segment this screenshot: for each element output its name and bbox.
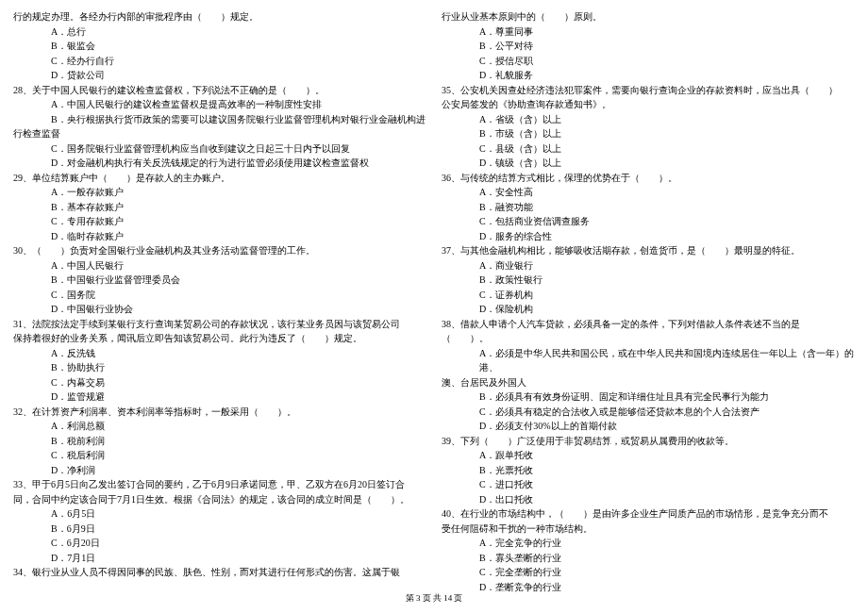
- q35-opt-d: D．镇级（含）以上: [442, 156, 855, 171]
- q33-stem-l1: 33、甲于6月5日向乙发出签订合同的要约，乙于6月9日承诺同意，甲、乙双方在6月…: [13, 477, 426, 492]
- q35-stem-l2: 公安局签发的《协助查询存款通知书》。: [442, 97, 855, 112]
- q38-opt-c: C．必须具有稳定的合法收入或是能够偿还贷款本息的个人合法资产: [442, 405, 855, 420]
- q36-stem: 36、与传统的结算方式相比，保理的优势在于（ ）。: [442, 171, 855, 186]
- q38-stem-l1: 38、借款人申请个人汽车贷款，必须具备一定的条件，下列对借款人条件表述不当的是: [442, 317, 855, 332]
- q37-opt-c: C．证券机构: [442, 288, 855, 303]
- q39-opt-b: B．光票托收: [442, 463, 855, 478]
- q38-opt-d: D．必须支付30%以上的首期付款: [442, 419, 855, 434]
- q32-opt-a: A．利润总额: [13, 419, 426, 434]
- q33-opt-a: A．6月5日: [13, 506, 426, 522]
- q27-cont: 行的规定办理。各经办行内部的审批程序由（ ）规定。: [13, 9, 426, 25]
- q31-opt-d: D．监管规避: [13, 389, 426, 405]
- q35-opt-a: A．省级（含）以上: [442, 112, 855, 127]
- left-column: 行的规定办理。各经办行内部的审批程序由（ ）规定。 A．总行 B．银监会 C．经…: [13, 9, 426, 594]
- q29-stem: 29、单位结算账户中（ ）是存款人的主办账户。: [13, 171, 426, 186]
- q36-opt-b: B．融资功能: [442, 200, 855, 215]
- q28-opt-d: D．对金融机构执行有关反洗钱规定的行为进行监管必须使用建议检查监督权: [13, 156, 426, 171]
- q40-opt-c: C．完全垄断的行业: [442, 565, 855, 580]
- q30-opt-b: B．中国银行业监督管理委员会: [13, 273, 426, 288]
- q39-opt-a: A．跟单托收: [442, 448, 855, 463]
- q29-opt-b: B．基本存款账户: [13, 200, 426, 215]
- q30-opt-c: C．国务院: [13, 288, 426, 303]
- q38-opt-a-l1: A．必须是中华人民共和国公民，或在中华人民共和国境内连续居住一年以上（含一年）的…: [442, 346, 855, 375]
- q32-opt-d: D．净利润: [13, 463, 426, 478]
- q36-opt-a: A．安全性高: [442, 185, 855, 200]
- exam-page: 行的规定办理。各经办行内部的审批程序由（ ）规定。 A．总行 B．银监会 C．经…: [0, 0, 868, 594]
- q39-opt-c: C．进口托收: [442, 477, 855, 492]
- q33-stem-l2: 同，合同中约定该合同于7月1日生效。根据《合同法》的规定，该合同的成立时间是（ …: [13, 492, 426, 507]
- q40-opt-a: A．完全竞争的行业: [442, 536, 855, 551]
- q31-opt-c: C．内幕交易: [13, 375, 426, 390]
- q37-stem: 37、与其他金融机构相比，能够吸收活期存款，创造货币，是（ ）最明显的特征。: [442, 243, 855, 258]
- q31-opt-a: A．反洗钱: [13, 346, 426, 361]
- q30-stem: 30、（ ）负责对全国银行业金融机构及其业务活动监督管理的工作。: [13, 243, 426, 258]
- q27-opt-c: C．经办行自行: [13, 54, 426, 69]
- q27-opt-a: A．总行: [13, 25, 426, 40]
- q28-opt-b-cont: 行检查监督: [13, 126, 426, 141]
- q29-opt-a: A．一般存款账户: [13, 185, 426, 200]
- q31-stem-l2: 保持着很好的业务关系，闻讯后立即告知该贸易公司。此行为违反了（ ）规定。: [13, 331, 426, 346]
- q28-opt-c: C．国务院银行业监督管理机构应当自收到建议之日起三十日内予以回复: [13, 141, 426, 157]
- q38-opt-a-l2: 澳、台居民及外国人: [442, 375, 855, 390]
- q37-opt-b: B．政策性银行: [442, 273, 855, 288]
- q37-opt-a: A．商业银行: [442, 258, 855, 273]
- page-footer: 第 3 页 共 14 页: [0, 592, 868, 605]
- q28-stem: 28、关于中国人民银行的建议检查监督权，下列说法不正确的是（ ）。: [13, 83, 426, 98]
- q40-stem-l2: 受任何阻碍和干扰的一种市场结构。: [442, 522, 855, 537]
- q32-opt-b: B．税前利润: [13, 434, 426, 449]
- q32-stem: 32、在计算资产利润率、资本利润率等指标时，一般采用（ ）。: [13, 405, 426, 420]
- q34-opt-b: B．公平对待: [442, 39, 855, 54]
- q33-opt-b: B．6月9日: [13, 522, 426, 537]
- q35-opt-c: C．县级（含）以上: [442, 141, 855, 157]
- q36-opt-c: C．包括商业资信调查服务: [442, 214, 855, 229]
- q36-opt-d: D．服务的综合性: [442, 229, 855, 244]
- q39-stem: 39、下列（ ）广泛使用于非贸易结算，或贸易从属费用的收款等。: [442, 434, 855, 449]
- q34-opt-a: A．尊重同事: [442, 25, 855, 40]
- q31-opt-b: B．协助执行: [13, 360, 426, 375]
- q34-opt-c: C．授信尽职: [442, 54, 855, 69]
- q34-stem: 34、银行业从业人员不得因同事的民族、肤色、性别，而对其进行任何形式的伤害。这属…: [13, 565, 426, 580]
- q29-opt-c: C．专用存款账户: [13, 214, 426, 229]
- q34-opt-d: D．礼貌服务: [442, 68, 855, 83]
- q33-opt-c: C．6月20日: [13, 536, 426, 551]
- q30-opt-a: A．中国人民银行: [13, 258, 426, 273]
- q35-stem-l1: 35、公安机关因查处经济违法犯罪案件，需要向银行查询企业的存款资料时，应当出具（…: [442, 83, 855, 98]
- q39-opt-d: D．出口托收: [442, 492, 855, 507]
- q40-stem-l1: 40、在行业的市场结构中，（ ）是由许多企业生产同质产品的市场情形，是竞争充分而…: [442, 506, 855, 522]
- q40-opt-b: B．寡头垄断的行业: [442, 551, 855, 566]
- q33-opt-d: D．7月1日: [13, 551, 426, 566]
- q30-opt-d: D．中国银行业协会: [13, 302, 426, 317]
- q35-opt-b: B．市级（含）以上: [442, 126, 855, 141]
- q31-stem-l1: 31、法院按法定手续到某银行支行查询某贸易公司的存款状况，该行某业务员因与该贸易…: [13, 317, 426, 332]
- q27-opt-b: B．银监会: [13, 39, 426, 54]
- q28-opt-a: A．中国人民银行的建议检查监督权是提高效率的一种制度性安排: [13, 97, 426, 112]
- right-column: 行业从业基本原则中的（ ）原则。 A．尊重同事 B．公平对待 C．授信尽职 D．…: [442, 9, 855, 594]
- q32-opt-c: C．税后利润: [13, 448, 426, 463]
- q29-opt-d: D．临时存款账户: [13, 229, 426, 244]
- q28-opt-b: B．央行根据执行货币政策的需要可以建议国务院银行业监督管理机构对银行业金融机构进: [13, 112, 426, 127]
- q38-opt-b: B．必须具有有效身份证明、固定和详细住址且具有完全民事行为能力: [442, 389, 855, 405]
- q38-stem-l2: （ ）。: [442, 331, 855, 346]
- q37-opt-d: D．保险机构: [442, 302, 855, 317]
- q34-cont: 行业从业基本原则中的（ ）原则。: [442, 9, 855, 25]
- q27-opt-d: D．贷款公司: [13, 68, 426, 83]
